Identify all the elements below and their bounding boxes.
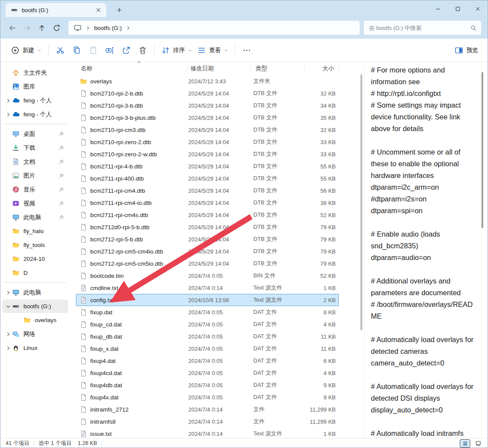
file-row[interactable]: initramfs8 2024/7/4 0:14 文件 11,299 KB xyxy=(76,415,339,428)
file-row[interactable]: bcm2710-rpi-3-b-plus.dtb 2024/5/29 14:04… xyxy=(76,112,339,124)
explorer-tab[interactable]: bootfs (G:) xyxy=(6,3,106,17)
sidebar-item[interactable]: 主文件夹 xyxy=(2,66,68,79)
refresh-button[interactable] xyxy=(49,20,64,35)
sidebar-item[interactable]: 图库 xyxy=(2,80,68,93)
view-button[interactable]: 查看 xyxy=(195,43,231,58)
share-button[interactable] xyxy=(118,43,134,58)
file-row[interactable]: fixup4.dat 2024/7/4 0:05 DAT 文件 6 KB xyxy=(76,355,339,367)
sidebar-item[interactable]: bootfs (G:) xyxy=(2,300,68,313)
chevron-right-icon[interactable] xyxy=(6,290,11,295)
file-row[interactable]: bcm2710-rpi-zero-2.dtb 2024/5/29 14:04 D… xyxy=(76,136,339,148)
icons-view-toggle[interactable] xyxy=(473,439,483,448)
file-list-scrollbar[interactable] xyxy=(360,74,362,330)
details-view-toggle[interactable] xyxy=(460,439,470,448)
file-row[interactable]: fixup.dat 2024/7/4 0:05 DAT 文件 8 KB xyxy=(76,306,339,318)
sidebar-item[interactable]: fly_halo xyxy=(2,224,68,238)
file-row[interactable]: bcm2711-rpi-cm4-io.dtb 2024/5/29 14:04 D… xyxy=(76,197,339,209)
preview-toggle-button[interactable]: 预览 xyxy=(452,43,481,58)
file-row[interactable]: fixup4x.dat 2024/7/4 0:05 DAT 文件 9 KB xyxy=(76,391,339,403)
chevron-right-icon[interactable] xyxy=(6,112,11,117)
sort-button[interactable]: 排序 xyxy=(159,43,195,58)
sort-icon xyxy=(161,46,170,55)
monitor-icon xyxy=(74,24,82,32)
forward-button[interactable] xyxy=(20,20,34,35)
file-name: bcm2710-rpi-3-b-plus.dtb xyxy=(90,115,156,121)
file-row[interactable]: bcm2711-rpi-cm4s.dtb 2024/5/29 14:04 DTB… xyxy=(76,209,339,221)
file-row[interactable]: bcm2710-rpi-cm3.dtb 2024/5/29 14:04 DTB … xyxy=(76,124,339,136)
file-row[interactable]: bcm2711-rpi-4-b.dtb 2024/5/29 14:04 DTB … xyxy=(76,160,339,172)
column-header-type[interactable]: 类型 xyxy=(251,64,305,73)
sidebar-item[interactable]: Linux xyxy=(2,341,68,355)
new-button[interactable]: 新建 xyxy=(8,43,44,58)
sidebar-item[interactable]: 音乐 xyxy=(2,183,68,196)
file-row[interactable]: bcm2712-rpi-cm5-cm4io.dtb 2024/5/29 14:0… xyxy=(76,245,339,257)
file-row[interactable]: issue.txt 2024/7/4 0:14 Text 源文件 1 KB xyxy=(76,428,339,440)
chevron-down-icon[interactable] xyxy=(6,304,11,309)
more-options-button[interactable] xyxy=(239,43,255,58)
close-icon xyxy=(475,6,481,12)
address-bar[interactable]: bootfs (G:) xyxy=(68,20,360,35)
file-size: 1 KB xyxy=(305,431,336,437)
search-icon xyxy=(470,25,477,31)
file-row[interactable]: fixup4db.dat 2024/7/4 0:05 DAT 文件 9 KB xyxy=(76,379,339,391)
sidebar-item[interactable]: 网络 xyxy=(2,327,68,341)
close-button[interactable] xyxy=(468,0,488,17)
file-row[interactable]: fixup_db.dat 2024/7/4 0:05 DAT 文件 11 KB xyxy=(76,330,339,343)
rename-button[interactable] xyxy=(102,43,118,58)
new-tab-button[interactable] xyxy=(116,7,123,13)
breadcrumb-chevron-icon[interactable] xyxy=(126,26,131,30)
file-row[interactable]: config.txt 2024/10/9 13:56 Text 源文件 2 KB xyxy=(76,294,339,306)
minimize-button[interactable] xyxy=(428,0,448,17)
maximize-button[interactable] xyxy=(448,0,468,17)
file-row[interactable]: bcm2712-rpi-5-b.dtb 2024/5/29 14:04 DTB … xyxy=(76,233,339,245)
back-button[interactable] xyxy=(5,20,20,35)
items-count: 41 个项目 xyxy=(6,440,29,447)
sidebar-item[interactable]: 此电脑 xyxy=(2,211,68,224)
delete-button[interactable] xyxy=(135,43,151,58)
file-row[interactable]: fixup_cd.dat 2024/7/4 0:05 DAT 文件 4 KB xyxy=(76,318,339,330)
sidebar-item[interactable]: feng - 个人 xyxy=(2,94,68,107)
chevron-right-icon[interactable] xyxy=(6,332,11,337)
file-row[interactable]: bcm2710-rpi-2-b.dtb 2024/5/29 14:04 DTB … xyxy=(76,87,339,99)
file-row[interactable]: bcm2710-rpi-zero-2-w.dtb 2024/5/29 14:04… xyxy=(76,148,339,160)
file-row[interactable]: fixup4cd.dat 2024/7/4 0:05 DAT 文件 4 KB xyxy=(76,367,339,379)
sidebar-item[interactable]: overlays xyxy=(2,313,68,327)
sidebar-item[interactable]: fly_tools xyxy=(2,238,68,252)
file-name: config.txt xyxy=(90,297,114,303)
search-input[interactable] xyxy=(369,25,470,31)
file-row[interactable]: bcm2710-rpi-3-b.dtb 2024/5/29 14:04 DTB … xyxy=(76,99,339,112)
file-row[interactable]: overlays 2024/7/12 3:43 文件夹 xyxy=(76,75,339,87)
sidebar-item[interactable]: 文档 xyxy=(2,155,68,168)
sidebar-item[interactable]: 此电脑 xyxy=(2,286,68,299)
chevron-right-icon[interactable] xyxy=(6,98,11,103)
file-row[interactable]: fixup_x.dat 2024/7/4 0:05 DAT 文件 11 KB xyxy=(76,343,339,355)
sidebar-item[interactable]: 桌面 xyxy=(2,127,68,141)
up-button[interactable] xyxy=(34,20,49,35)
copy-button[interactable] xyxy=(69,43,85,58)
file-row[interactable]: bcm2712-rpi-cm5-cm5io.dtb 2024/5/29 14:0… xyxy=(76,257,339,270)
paste-button[interactable] xyxy=(85,43,101,58)
file-row[interactable]: bootcode.bin 2024/7/4 0:05 BIN 文件 52 KB xyxy=(76,270,339,282)
caret-down-icon xyxy=(224,48,228,53)
sidebar-item[interactable]: D xyxy=(2,266,68,280)
sidebar-item[interactable]: 视频 xyxy=(2,197,68,210)
cut-button[interactable] xyxy=(52,43,68,58)
column-header-name[interactable]: 名称 xyxy=(76,64,188,73)
preview-scrollbar[interactable] xyxy=(481,72,483,228)
file-row[interactable]: cmdline.txt 2024/7/4 0:14 Text 源文件 1 KB xyxy=(76,282,339,294)
sidebar-item[interactable]: 图片 xyxy=(2,169,68,182)
breadcrumb-chevron-icon[interactable] xyxy=(85,26,90,30)
sidebar-item[interactable]: feng - 个人 xyxy=(2,108,68,121)
file-row[interactable]: bcm2712d0-rpi-5-b.dtb 2024/5/29 14:04 DT… xyxy=(76,221,339,233)
file-row[interactable]: initramfs_2712 2024/7/4 0:14 文件 11,299 K… xyxy=(76,403,339,415)
column-header-date[interactable]: 修改日期 xyxy=(188,64,251,73)
sidebar-item[interactable]: 下载 xyxy=(2,141,68,155)
breadcrumb-location[interactable]: bootfs (G:) xyxy=(94,25,122,31)
sidebar-item[interactable]: 2024-10 xyxy=(2,252,68,266)
tab-close-button[interactable] xyxy=(95,7,102,13)
chevron-right-icon[interactable] xyxy=(6,346,11,351)
file-row[interactable]: bcm2711-rpi-400.dtb 2024/5/29 14:04 DTB … xyxy=(76,172,339,184)
file-row[interactable]: bcm2711-rpi-cm4.dtb 2024/5/29 14:04 DTB … xyxy=(76,184,339,197)
search-box[interactable] xyxy=(364,20,481,35)
column-header-size[interactable]: 大小 xyxy=(305,64,339,73)
